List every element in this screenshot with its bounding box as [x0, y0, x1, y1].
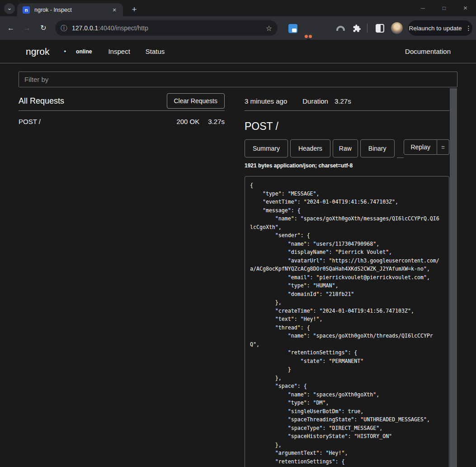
- request-status: 200 OK: [176, 118, 199, 125]
- request-time-ago: 3 minutes ago: [245, 97, 287, 105]
- minimize-button[interactable]: ─: [412, 0, 434, 16]
- detail-title: POST /: [245, 120, 449, 133]
- ngrok-navbar: ngrok • online Inspect Status Documentat…: [0, 40, 476, 63]
- new-tab-button[interactable]: +: [128, 4, 140, 16]
- tab-raw[interactable]: Raw: [333, 139, 358, 157]
- relaunch-to-update-button[interactable]: Relaunch to update ⋮: [408, 20, 472, 36]
- tabs-underline: [397, 139, 404, 158]
- tab-title: ngrok - Inspect: [34, 7, 110, 13]
- kebab-menu-icon[interactable]: ⋮: [466, 24, 472, 32]
- replay-options-button[interactable]: =: [437, 139, 449, 155]
- extensions-puzzle-icon[interactable]: [352, 24, 361, 33]
- reload-icon[interactable]: ↻: [38, 23, 49, 33]
- side-panel-icon[interactable]: [376, 24, 384, 33]
- online-status-label: online: [76, 48, 92, 55]
- requests-panel-title: All Requests: [19, 96, 64, 106]
- nav-item-documentation[interactable]: Documentation: [405, 48, 451, 55]
- browser-toolbar: ← → ↻ ⓘ 127.0.0.1:4040/inspect/http ☆ Re…: [0, 16, 476, 40]
- replay-split-button: Replay =: [404, 139, 449, 155]
- request-body-json: { "type": "MESSAGE", "eventTime": "2024-…: [250, 181, 444, 466]
- request-detail-panel: 3 minutes ago Duration 3.27s POST / Summ…: [245, 91, 449, 467]
- request-duration: 3.27s: [208, 118, 225, 125]
- filter-input[interactable]: [19, 71, 457, 87]
- detail-divider: [245, 110, 449, 111]
- clear-requests-button[interactable]: Clear Requests: [167, 93, 225, 109]
- replay-button[interactable]: Replay: [404, 139, 437, 155]
- requests-panel: All Requests Clear Requests POST / 200 O…: [19, 91, 225, 467]
- toolbar-separator: [367, 24, 368, 33]
- extension-window-icon[interactable]: [288, 24, 297, 33]
- tab-headers[interactable]: Headers: [290, 139, 330, 157]
- filter-bar: [0, 63, 476, 87]
- duration-label: Duration: [302, 97, 328, 105]
- nav-item-status[interactable]: Status: [146, 48, 165, 55]
- request-body-block: { "type": "MESSAGE", "eventTime": "2024-…: [245, 176, 449, 467]
- address-bar[interactable]: ⓘ 127.0.0.1:4040/inspect/http ☆: [55, 20, 278, 36]
- url-path: :4040/inspect/http: [98, 24, 148, 32]
- detail-scrollbar[interactable]: [450, 88, 457, 467]
- tab-summary[interactable]: Summary: [245, 139, 288, 157]
- ngrok-favicon-icon: n: [23, 6, 30, 14]
- content-type-meta: 1921 bytes application/json; charset=utf…: [245, 162, 449, 169]
- close-window-button[interactable]: ✕: [455, 0, 476, 16]
- profile-avatar[interactable]: [391, 22, 403, 34]
- duration-value: 3.27s: [335, 97, 351, 105]
- forward-icon: →: [22, 23, 33, 33]
- request-row[interactable]: POST / 200 OK 3.27s: [19, 111, 225, 125]
- tab-binary[interactable]: Binary: [360, 139, 395, 157]
- browser-tab[interactable]: n ngrok - Inspect ✕: [17, 3, 123, 16]
- browser-titlebar: ⌄ n ngrok - Inspect ✕ + ─ □ ✕: [0, 0, 476, 16]
- url-host: 127.0.0.1: [72, 24, 98, 32]
- detail-tabs: Summary Headers Raw Binary Replay =: [245, 139, 449, 158]
- ngrok-page: ngrok • online Inspect Status Documentat…: [0, 40, 476, 467]
- request-method-path: POST /: [19, 118, 41, 125]
- bookmark-star-icon[interactable]: ☆: [266, 24, 272, 33]
- maximize-button[interactable]: □: [434, 0, 455, 16]
- url-text: 127.0.0.1:4040/inspect/http: [72, 24, 266, 32]
- extension-arc-icon[interactable]: [336, 26, 345, 31]
- tab-search-chevron-icon[interactable]: ⌄: [4, 3, 15, 14]
- back-icon[interactable]: ←: [5, 23, 16, 33]
- site-info-icon[interactable]: ⓘ: [61, 24, 67, 33]
- relaunch-label: Relaunch to update: [409, 25, 462, 32]
- window-controls: ─ □ ✕: [412, 0, 476, 16]
- ngrok-logo[interactable]: ngrok: [26, 46, 50, 57]
- tab-close-icon[interactable]: ✕: [110, 6, 118, 14]
- nav-item-inspect[interactable]: Inspect: [108, 48, 130, 55]
- online-status-dot: •: [64, 48, 66, 55]
